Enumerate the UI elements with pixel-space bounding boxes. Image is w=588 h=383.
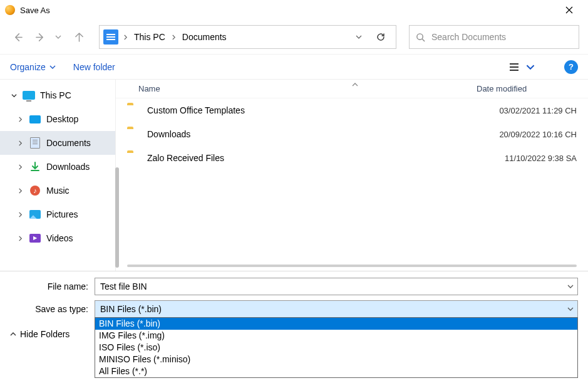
videos-icon <box>29 234 41 243</box>
search-box[interactable]: Search Documents <box>409 25 579 49</box>
tree-label: Pictures <box>46 209 110 219</box>
breadcrumb-sep-icon <box>122 34 129 40</box>
nav-back-button[interactable] <box>9 28 26 46</box>
type-option[interactable]: IMG Files (*.img) <box>95 330 577 342</box>
file-date: 03/02/2021 11:29 CH <box>477 106 577 115</box>
expand-icon[interactable] <box>16 117 24 122</box>
new-folder-button[interactable]: New folder <box>73 62 115 72</box>
documents-icon <box>30 137 40 149</box>
tree-label: Videos <box>46 233 110 243</box>
tree-label: Music <box>46 186 110 196</box>
file-name: Custom Office Templates <box>147 105 477 115</box>
file-name-input[interactable]: Test file BIN <box>95 278 578 295</box>
window-title: Save As <box>20 6 50 15</box>
organize-label: Organize <box>10 62 46 72</box>
close-button[interactable] <box>555 1 583 19</box>
view-options-button[interactable] <box>509 63 535 71</box>
save-type-value: BIN Files (*.bin) <box>100 304 162 314</box>
file-date: 20/09/2022 10:16 CH <box>477 130 577 139</box>
expand-icon[interactable] <box>16 212 24 218</box>
file-name: Downloads <box>147 129 477 139</box>
navigation-tree: This PC Desktop Documents Downloads Musi… <box>0 80 116 271</box>
chevron-down-icon <box>49 64 56 70</box>
address-bar[interactable]: This PC Documents <box>99 25 396 49</box>
search-placeholder: Search Documents <box>431 32 506 42</box>
folder-row[interactable]: Zalo Received Files 11/10/2022 9:38 SA <box>116 146 588 170</box>
collapse-icon[interactable] <box>10 93 18 98</box>
tree-item-this-pc[interactable]: This PC <box>0 83 115 107</box>
file-name-label: File name: <box>10 281 95 291</box>
chevron-down-icon <box>55 34 61 40</box>
refresh-icon <box>376 32 386 42</box>
save-type-dropdown-list: BIN Files (*.bin) IMG Files (*.img) ISO … <box>95 317 578 378</box>
save-type-dropdown-icon <box>567 304 574 314</box>
tree-item-downloads[interactable]: Downloads <box>0 155 115 179</box>
file-name-value: Test file BIN <box>100 281 147 291</box>
app-icon <box>5 5 15 15</box>
breadcrumb-documents[interactable]: Documents <box>181 31 228 43</box>
expand-icon[interactable] <box>16 140 24 146</box>
arrow-right-icon <box>36 33 45 42</box>
file-list-scrollbar[interactable] <box>127 265 577 267</box>
sort-indicator-icon <box>352 80 358 89</box>
save-type-label: Save as type: <box>10 304 95 314</box>
type-option[interactable]: MINISO Files (*.miniso) <box>95 354 577 365</box>
location-icon <box>103 29 118 45</box>
tree-item-videos[interactable]: Videos <box>0 226 115 250</box>
pictures-icon <box>29 210 41 219</box>
hide-folders-button[interactable]: Hide Folders <box>10 329 70 339</box>
this-pc-icon <box>23 91 35 100</box>
arrow-left-icon <box>13 33 23 42</box>
nav-up-button[interactable] <box>70 28 88 46</box>
chevron-down-icon <box>525 63 535 71</box>
close-icon <box>565 6 573 14</box>
svg-point-0 <box>417 33 423 39</box>
tree-item-pictures[interactable]: Pictures <box>0 202 115 226</box>
arrow-up-icon <box>75 33 84 42</box>
music-icon <box>30 186 40 196</box>
desktop-icon <box>29 115 41 123</box>
organize-menu[interactable]: Organize <box>10 62 56 72</box>
refresh-button[interactable] <box>369 32 392 42</box>
type-option[interactable]: BIN Files (*.bin) <box>95 318 577 330</box>
nav-history-dropdown[interactable] <box>54 34 63 40</box>
folder-row[interactable]: Downloads 20/09/2022 10:16 CH <box>116 122 588 146</box>
breadcrumb-sep-icon <box>170 34 177 40</box>
tree-label: This PC <box>40 90 110 100</box>
folder-row[interactable]: Custom Office Templates 03/02/2021 11:29… <box>116 98 588 122</box>
search-icon <box>416 33 425 42</box>
tree-item-desktop[interactable]: Desktop <box>0 107 115 131</box>
address-history-dropdown[interactable] <box>352 34 366 40</box>
column-header-date[interactable]: Date modified <box>477 84 577 93</box>
chevron-up-icon <box>10 331 16 337</box>
tree-label: Desktop <box>46 114 110 124</box>
tree-label: Downloads <box>46 162 110 172</box>
hide-folders-label: Hide Folders <box>20 329 70 339</box>
file-name: Zalo Received Files <box>147 153 477 163</box>
column-header-name[interactable]: Name <box>127 84 477 93</box>
nav-forward-button[interactable] <box>31 28 49 46</box>
expand-icon[interactable] <box>16 164 24 170</box>
type-option[interactable]: ISO Files (*.iso) <box>95 342 577 354</box>
expand-icon[interactable] <box>16 236 24 241</box>
list-view-icon <box>509 63 519 71</box>
save-type-select[interactable]: BIN Files (*.bin) <box>95 300 578 318</box>
file-date: 11/10/2022 9:38 SA <box>477 154 577 163</box>
tree-label: Documents <box>46 138 110 148</box>
breadcrumb-this-pc[interactable]: This PC <box>133 31 167 43</box>
file-name-dropdown[interactable] <box>567 281 574 291</box>
downloads-icon <box>29 161 41 172</box>
type-option[interactable]: All Files (*.*) <box>95 365 577 377</box>
tree-item-music[interactable]: Music <box>0 179 115 202</box>
file-list: Name Date modified Custom Office Templat… <box>116 80 588 271</box>
expand-icon[interactable] <box>16 188 24 194</box>
tree-item-documents[interactable]: Documents <box>0 131 115 155</box>
help-button[interactable]: ? <box>564 60 578 74</box>
